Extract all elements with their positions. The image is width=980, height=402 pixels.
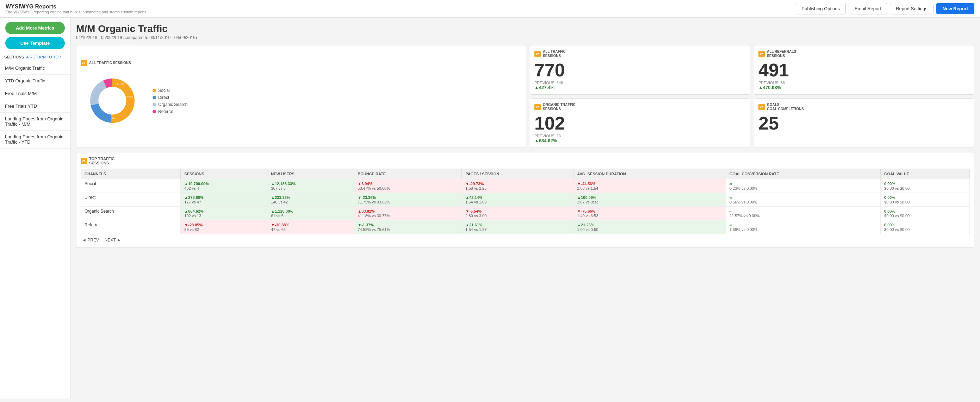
cell-sub: 61 vs 5 [271, 214, 350, 218]
prev-page-button[interactable]: ◄ PREV [81, 237, 100, 243]
cell-sub: 21.57% vs 0.00% [730, 214, 877, 218]
sidebar-nav-item[interactable]: Free Trials M/M [0, 87, 70, 100]
cell-sub: 102 vs 13 [184, 214, 264, 218]
table-header-cell: BOUNCE RATE [354, 169, 462, 179]
cell-change: ▲1,120.00% [271, 209, 293, 213]
donut-label: 21.5% [117, 83, 124, 86]
legend-label: Social [158, 88, 170, 93]
cell-sub: 177 vs 47 [184, 200, 264, 204]
cell-sub: $0.00 vs $0.00 [884, 214, 966, 218]
metric-cell: ▲21.61%1.54 vs 1.27 [462, 220, 573, 234]
main-content: M/M Organic Traffic 04/10/2019 - 05/09/2… [70, 17, 980, 399]
stat-previous: PREVIOUS: 86 [759, 81, 970, 85]
legend-label: Organic Search [158, 102, 188, 107]
sidebar-nav-item[interactable]: Free Trials YTD [0, 100, 70, 113]
pagination: ◄ PREV NEXT ► [81, 234, 970, 243]
new-report-button[interactable]: New Report [936, 3, 974, 14]
metric-cell: ▲33.82%41.18% vs 30.77% [354, 207, 462, 220]
report-settings-button[interactable]: Report Settings [890, 3, 934, 14]
top-cards-row: ALL TRAFFIC SESSIONS 51.2%20.5%21.5%6.8%… [76, 45, 974, 148]
cell-change: ▲33.82% [358, 209, 374, 213]
add-more-metrics-button[interactable]: Add More Metrics [5, 22, 65, 34]
metric-cell: ▼-75.66%1:40 vs 6:53 [573, 207, 726, 220]
legend-item: Direct [153, 95, 188, 100]
stat-value: 491 [759, 61, 970, 79]
metric-cell: ▲100.09%1:07 vs 0:33 [573, 193, 726, 207]
cell-change: ▲12,133.33% [271, 182, 296, 186]
cell-sub: 71.75% vs 93.62% [358, 200, 458, 204]
cell-sub: $0.00 vs $0.00 [884, 227, 966, 232]
cell-change: ▲42.14% [465, 195, 482, 200]
stat-label: GOALSGOAL COMPLETIONS [767, 103, 804, 111]
legend-item: Social [153, 88, 188, 93]
legend-dot [153, 96, 156, 99]
cell-sub: 1:00 vs 0:50 [577, 227, 722, 232]
metric-cell: ▲1,120.00%61 vs 5 [267, 207, 354, 220]
stat-label: ORGANIC TRAFFICSESSIONS [543, 103, 576, 111]
cell-change: ▲6.94% [358, 182, 372, 186]
top-traffic-section: TOP TRAFFIC SESSIONS CHANNELSSESSIONSNEW… [76, 152, 974, 248]
next-page-button[interactable]: NEXT ► [103, 237, 123, 243]
sidebar-nav-item[interactable]: YTD Organic Traffic [0, 75, 70, 87]
right-stat-column-2: ALL REFERRALSSESSIONS 491 PREVIOUS: 86 4… [754, 45, 974, 148]
metric-cell: ▲21.25%1:00 vs 0:50 [573, 220, 726, 234]
legend-dot [153, 110, 156, 113]
cell-change: ▲276.60% [184, 195, 203, 200]
cell-change: ▼-6.54% [465, 209, 482, 213]
cell-change: ▲21.61% [465, 223, 482, 227]
cell-change: ▼-1.37% [358, 223, 374, 227]
cell-change: ▲684.62% [184, 209, 203, 213]
stat-icon [535, 104, 541, 110]
publishing-options-button[interactable]: Publishing Options [796, 3, 846, 14]
cell-sub: 1.54 vs 1.27 [465, 227, 570, 232]
cell-change: ▲233.33% [271, 195, 290, 200]
cell-sub: 59 vs 82 [184, 227, 264, 232]
sidebar-nav: M/M Organic TrafficYTD Organic TrafficFr… [0, 62, 70, 149]
report-title: M/M Organic Traffic [76, 23, 974, 35]
triangle-up-icon [759, 85, 763, 90]
stat-card-header: ORGANIC TRAFFICSESSIONS [535, 103, 746, 111]
cell-change: 0.00% [884, 195, 895, 200]
stat-change: 684.62% [535, 138, 746, 143]
donut-segment [90, 80, 107, 105]
sections-label: SECTIONS [4, 55, 24, 59]
sidebar-nav-item[interactable]: Landing Pages from Organic Traffic - YTD [0, 130, 70, 149]
metric-cell: ▲6.94%53.47% vs 50.00% [354, 179, 462, 193]
table-header-cell: NEW USERS [267, 169, 354, 179]
metric-cell: ▲10,700.00%432 vs 4 [181, 179, 267, 193]
donut-wrap: 51.2%20.5%21.5%6.8% [81, 69, 144, 133]
cell-change: ▼-44.56% [577, 182, 595, 186]
app-title: WYSIWYG Reports [6, 3, 148, 10]
top-traffic-label: TOP TRAFFIC SESSIONS [89, 157, 115, 165]
donut-label: 6.8% [127, 95, 133, 98]
header-left: WYSIWYG Reports The WYSIWYG reporting en… [6, 3, 148, 14]
return-to-top-link[interactable]: A RETURN TO TOP [26, 55, 61, 59]
cell-change: ∞ [730, 209, 732, 213]
stat-icon [759, 51, 765, 57]
legend-label: Referral [158, 109, 173, 114]
cell-sub: 41.18% vs 30.77% [358, 214, 458, 218]
stat-icon [535, 51, 541, 57]
cell-sub: 1.69% vs 0.00% [730, 227, 877, 232]
stat-card-all_referrals: ALL REFERRALSSESSIONS 491 PREVIOUS: 86 4… [754, 45, 974, 95]
sidebar-sections-header: SECTIONS A RETURN TO TOP [0, 54, 70, 60]
cell-sub: 140 vs 42 [271, 200, 350, 204]
table-header-cell: SESSIONS [181, 169, 267, 179]
cell-sub: 367 vs 3 [271, 186, 350, 191]
legend-item: Referral [153, 109, 188, 114]
table-row: Social▲10,700.00%432 vs 4▲12,133.33%367 … [81, 179, 970, 193]
use-template-button[interactable]: Use Template [5, 37, 65, 49]
legend-dot [153, 103, 156, 106]
email-report-button[interactable]: Email Report [849, 3, 887, 14]
metric-cell: 0.00%$0.00 vs $0.00 [881, 207, 970, 220]
cell-change: ▼-30.88% [271, 223, 289, 227]
donut-svg: 51.2%20.5%21.5%6.8% [81, 69, 144, 132]
sidebar-nav-item[interactable]: Landing Pages from Organic Traffic - M/M [0, 113, 70, 130]
metric-cell: ▼-1.37%74.58% vs 75.61% [354, 220, 462, 234]
sidebar-nav-item[interactable]: M/M Organic Traffic [0, 62, 70, 75]
metric-cell: 0.00%$0.00 vs $0.00 [881, 193, 970, 207]
cell-change: 0.00% [884, 223, 895, 227]
channel-cell: Referral [81, 220, 181, 234]
metric-cell: ▼-28.05%59 vs 82 [181, 220, 267, 234]
stat-label: ALL TRAFFICSESSIONS [543, 50, 566, 58]
